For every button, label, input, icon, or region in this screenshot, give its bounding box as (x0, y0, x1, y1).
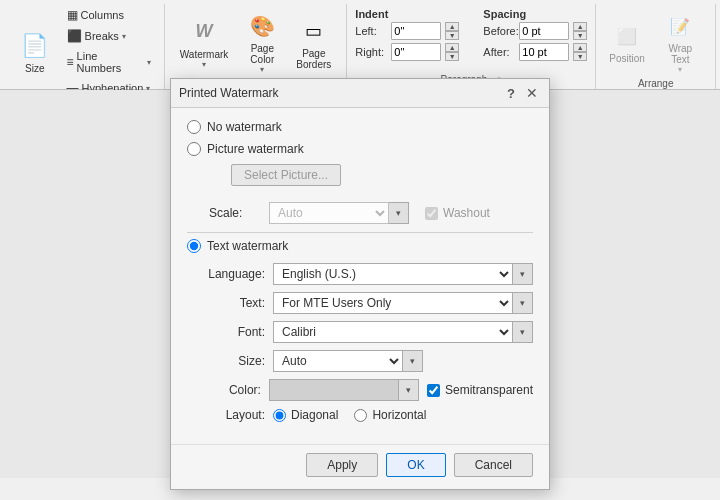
apply-button[interactable]: Apply (306, 453, 378, 477)
text-row: Text: For MTE Users Only ▾ (203, 292, 533, 314)
size-select[interactable]: Auto (273, 350, 403, 372)
main-content: Printed Watermark ? ✕ No watermark Pictu… (0, 90, 720, 478)
line-numbers-dropdown-arrow: ▾ (147, 58, 151, 67)
language-row: Language: English (U.S.) ▾ (203, 263, 533, 285)
indent-right-spin-down[interactable]: ▼ (445, 52, 459, 61)
watermark-icon: W (188, 16, 220, 48)
language-select[interactable]: English (U.S.) (273, 263, 513, 285)
indent-left-label: Left: (355, 25, 387, 37)
dialog-title: Printed Watermark (179, 86, 279, 100)
diagonal-radio[interactable] (273, 409, 286, 422)
page-color-dropdown-arrow: ▾ (260, 65, 264, 74)
picture-watermark-row: Picture watermark (187, 142, 533, 156)
font-dropdown-arrow[interactable]: ▾ (513, 321, 533, 343)
picture-watermark-radio[interactable] (187, 142, 201, 156)
spacing-after-spin-up[interactable]: ▲ (573, 43, 587, 52)
columns-label: Columns (81, 9, 124, 21)
color-label: Color: (203, 383, 269, 397)
position-label: Position (609, 53, 645, 64)
divider (187, 232, 533, 233)
size-icon: 📄 (19, 30, 51, 62)
breaks-dropdown-arrow: ▾ (122, 32, 126, 41)
position-icon: ⬜ (611, 20, 643, 52)
layout-label: Layout: (203, 408, 273, 422)
indent-section: Indent Left: ▲ ▼ Right: ▲ (355, 8, 459, 61)
indent-label: Indent (355, 8, 459, 20)
wrap-text-label: Wrap Text (661, 43, 700, 65)
language-label: Language: (203, 267, 273, 281)
text-watermark-radio[interactable] (187, 239, 201, 253)
ribbon-group-paragraph: Indent Left: ▲ ▼ Right: ▲ (347, 4, 596, 89)
spacing-after-label: After: (483, 46, 515, 58)
ok-button[interactable]: OK (386, 453, 445, 477)
text-field-label: Text: (203, 296, 273, 310)
page-setup-buttons: 📄 Size ▦ Columns ⬛ Breaks ▾ ≡ Line Numbe… (12, 6, 156, 97)
breaks-button[interactable]: ⬛ Breaks ▾ (62, 27, 156, 45)
spacing-before-input[interactable] (519, 22, 569, 40)
indent-left-input[interactable] (391, 22, 441, 40)
spacing-after-spin-down[interactable]: ▼ (573, 52, 587, 61)
scale-select[interactable]: Auto (269, 202, 389, 224)
washout-check: Washout (425, 206, 490, 220)
columns-button[interactable]: ▦ Columns (62, 6, 156, 24)
color-dropdown-arrow[interactable]: ▾ (399, 379, 419, 401)
text-dropdown-arrow[interactable]: ▾ (513, 292, 533, 314)
printed-watermark-dialog: Printed Watermark ? ✕ No watermark Pictu… (170, 78, 550, 490)
spacing-label: Spacing (483, 8, 587, 20)
position-button[interactable]: ⬜ Position (604, 16, 649, 68)
line-numbers-button[interactable]: ≡ Line Numbers ▾ (62, 48, 156, 76)
select-picture-button[interactable]: Select Picture... (231, 164, 341, 186)
spacing-section: Spacing Before: ▲ ▼ After: ▲ (483, 8, 587, 61)
semitransparent-checkbox[interactable] (427, 384, 440, 397)
text-watermark-row: Text watermark (187, 239, 533, 253)
wrap-text-button[interactable]: 📝 Wrap Text ▾ (654, 6, 707, 78)
size-button[interactable]: 📄 Size (12, 26, 58, 78)
color-box[interactable] (269, 379, 399, 401)
dialog-footer: Apply OK Cancel (171, 444, 549, 489)
diagonal-label[interactable]: Diagonal (291, 408, 338, 422)
dialog-close-button[interactable]: ✕ (523, 85, 541, 101)
ribbon-group-page-background: W Watermark ▾ 🎨 PageColor ▾ ▭ PageBorder… (165, 4, 348, 89)
color-row: Color: ▾ Semitransparent (203, 379, 533, 401)
cancel-button[interactable]: Cancel (454, 453, 533, 477)
indent-left-spin-up[interactable]: ▲ (445, 22, 459, 31)
scale-select-wrapper: Auto ▾ (269, 202, 409, 224)
no-watermark-label[interactable]: No watermark (207, 120, 282, 134)
page-borders-button[interactable]: ▭ PageBorders (289, 11, 338, 74)
breaks-icon: ⬛ (67, 29, 82, 43)
font-select[interactable]: Calibri (273, 321, 513, 343)
spacing-before-spin-up[interactable]: ▲ (573, 22, 587, 31)
indent-left-spinner[interactable]: ▲ ▼ (445, 22, 459, 40)
washout-label: Washout (443, 206, 490, 220)
watermark-button[interactable]: W Watermark ▾ (173, 12, 236, 73)
language-dropdown-arrow[interactable]: ▾ (513, 263, 533, 285)
font-select-wrapper: Calibri ▾ (273, 321, 533, 343)
page-background-buttons: W Watermark ▾ 🎨 PageColor ▾ ▭ PageBorder… (173, 6, 339, 78)
picture-watermark-label[interactable]: Picture watermark (207, 142, 304, 156)
text-select[interactable]: For MTE Users Only (273, 292, 513, 314)
columns-icon: ▦ (67, 8, 78, 22)
scale-dropdown-arrow: ▾ (389, 202, 409, 224)
page-color-button[interactable]: 🎨 PageColor ▾ (239, 6, 285, 78)
no-watermark-row: No watermark (187, 120, 533, 134)
indent-right-spinner[interactable]: ▲ ▼ (445, 43, 459, 61)
indent-left-spin-down[interactable]: ▼ (445, 31, 459, 40)
ribbon-group-arrange: ⬜ Position 📝 Wrap Text ▾ Arrange (596, 4, 716, 89)
spacing-after-spinner[interactable]: ▲ ▼ (573, 43, 587, 61)
spacing-before-spin-down[interactable]: ▼ (573, 31, 587, 40)
size-row: Size: Auto ▾ (203, 350, 533, 372)
dialog-help-button[interactable]: ? (507, 86, 515, 101)
language-select-wrapper: English (U.S.) ▾ (273, 263, 533, 285)
size-dropdown-arrow[interactable]: ▾ (403, 350, 423, 372)
scale-label: Scale: (209, 206, 269, 220)
spacing-before-spinner[interactable]: ▲ ▼ (573, 22, 587, 40)
dialog-body: No watermark Picture watermark Select Pi… (171, 108, 549, 440)
horizontal-radio[interactable] (354, 409, 367, 422)
wrap-text-icon: 📝 (664, 10, 696, 42)
indent-right-input[interactable] (391, 43, 441, 61)
horizontal-label[interactable]: Horizontal (372, 408, 426, 422)
spacing-after-input[interactable] (519, 43, 569, 61)
washout-checkbox[interactable] (425, 207, 438, 220)
indent-right-spin-up[interactable]: ▲ (445, 43, 459, 52)
no-watermark-radio[interactable] (187, 120, 201, 134)
